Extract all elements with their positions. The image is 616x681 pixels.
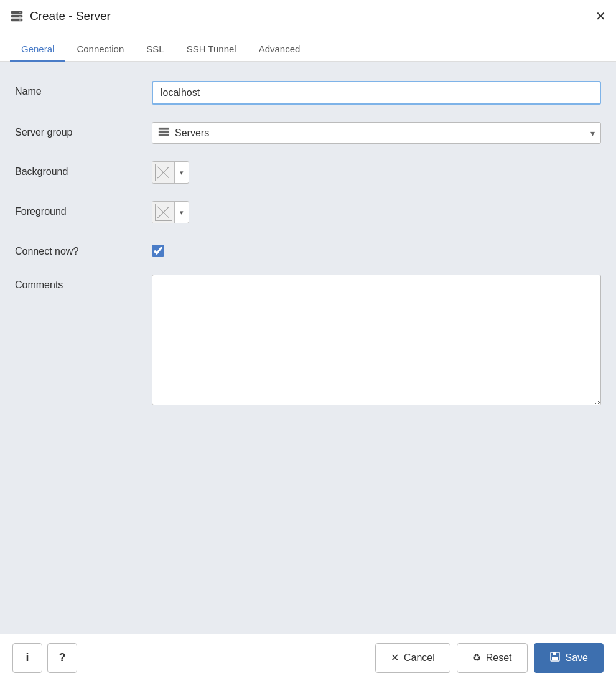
foreground-control: ▾ — [152, 201, 601, 223]
svg-point-3 — [19, 12, 21, 13]
foreground-color-dropdown-arrow: ▾ — [175, 202, 189, 223]
background-label: Background — [15, 161, 152, 177]
help-icon: ? — [59, 651, 66, 664]
server-group-label: Server group — [15, 122, 152, 138]
name-input[interactable] — [152, 81, 601, 105]
info-icon: i — [26, 651, 29, 664]
connect-now-row: Connect now? — [15, 241, 601, 257]
server-group-wrapper: Servers ▾ — [152, 122, 601, 144]
comments-control — [152, 275, 601, 407]
foreground-row: Foreground ▾ — [15, 201, 601, 223]
background-color-swatch — [152, 162, 175, 183]
title-bar-left: Create - Server — [10, 9, 111, 23]
tab-ssh-tunnel[interactable]: SSH Tunnel — [175, 37, 248, 62]
comments-label: Comments — [15, 275, 152, 291]
svg-rect-1 — [11, 15, 22, 17]
dialog-title: Create - Server — [30, 9, 111, 23]
comments-row: Comments — [15, 275, 601, 407]
info-button[interactable]: i — [12, 643, 42, 673]
tab-advanced[interactable]: Advanced — [248, 37, 312, 62]
reset-button[interactable]: ♻ Reset — [457, 643, 528, 673]
cancel-icon: ✕ — [391, 652, 399, 664]
background-no-color-icon — [155, 164, 172, 181]
svg-rect-11 — [552, 657, 558, 660]
svg-point-5 — [19, 19, 21, 21]
server-icon — [10, 9, 24, 23]
tab-ssl[interactable]: SSL — [135, 37, 175, 62]
comments-textarea[interactable] — [152, 275, 601, 405]
connect-now-checkbox-wrapper — [152, 241, 601, 257]
svg-point-4 — [19, 16, 21, 17]
title-bar: Create - Server ✕ — [0, 0, 616, 32]
save-icon — [549, 651, 561, 665]
footer-right: ✕ Cancel ♻ Reset Save — [375, 643, 604, 673]
tab-general[interactable]: General — [10, 37, 65, 62]
form-content: Name Server group Servers ▾ — [0, 62, 616, 634]
name-field-wrapper — [152, 81, 601, 105]
background-color-button[interactable]: ▾ — [152, 161, 189, 184]
footer-left: i ? — [12, 643, 77, 673]
connect-now-checkbox[interactable] — [152, 245, 164, 257]
footer: i ? ✕ Cancel ♻ Reset Save — [0, 634, 616, 681]
foreground-color-button[interactable]: ▾ — [152, 201, 189, 223]
background-row: Background ▾ — [15, 161, 601, 184]
connect-now-control — [152, 241, 601, 257]
server-group-select-wrapper: Servers ▾ — [152, 122, 601, 144]
save-label: Save — [566, 652, 588, 664]
close-button[interactable]: ✕ — [595, 10, 606, 22]
tab-connection[interactable]: Connection — [65, 37, 135, 62]
foreground-no-color-icon — [155, 204, 172, 221]
background-control: ▾ — [152, 161, 601, 184]
tab-bar: General Connection SSL SSH Tunnel Advanc… — [0, 32, 616, 62]
foreground-color-swatch — [152, 202, 175, 223]
server-group-row: Server group Servers ▾ — [15, 122, 601, 144]
name-row: Name — [15, 81, 601, 105]
background-color-dropdown-arrow: ▾ — [175, 162, 189, 183]
save-button[interactable]: Save — [534, 643, 604, 673]
name-label: Name — [15, 81, 152, 97]
server-group-select[interactable]: Servers — [152, 122, 601, 144]
help-button[interactable]: ? — [47, 643, 77, 673]
connect-now-label: Connect now? — [15, 241, 152, 257]
svg-rect-2 — [11, 19, 22, 21]
foreground-label: Foreground — [15, 201, 152, 217]
reset-label: Reset — [486, 652, 512, 664]
cancel-label: Cancel — [404, 652, 435, 664]
svg-rect-0 — [11, 11, 22, 14]
reset-icon: ♻ — [472, 652, 481, 664]
svg-rect-10 — [553, 652, 556, 655]
cancel-button[interactable]: ✕ Cancel — [375, 643, 450, 673]
